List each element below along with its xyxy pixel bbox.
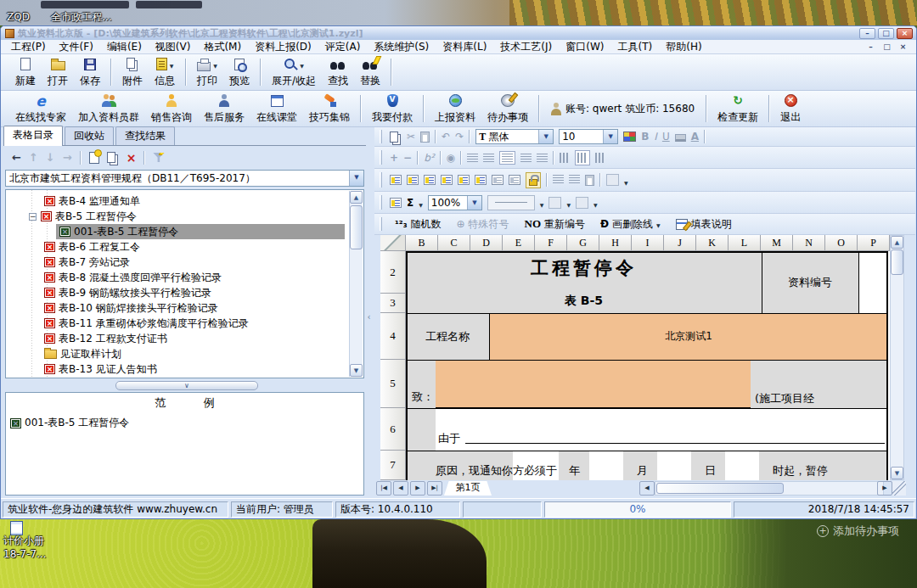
info-button[interactable]: 信息 <box>149 55 181 90</box>
format-painter-icon[interactable] <box>585 175 594 186</box>
tree-item[interactable]: 表B-8 混凝土强度回弹平行检验记录 <box>7 270 347 285</box>
print-button[interactable]: 打印 <box>191 55 223 90</box>
cell-properties-icon[interactable] <box>407 175 419 185</box>
first-page-button[interactable]: |◀ <box>376 481 391 496</box>
menu-format[interactable]: 格式(M) <box>197 40 248 54</box>
open-button[interactable]: 打开 <box>42 55 74 90</box>
copy-icon[interactable] <box>390 132 398 143</box>
service-button[interactable]: 售后服务 <box>198 92 250 126</box>
align-distribute-icon[interactable] <box>537 154 548 162</box>
close-button[interactable]: × <box>897 28 913 39</box>
collapse-minus-icon[interactable] <box>29 213 37 221</box>
mdi-minimize-button[interactable]: – <box>864 42 877 53</box>
column-header[interactable]: K <box>696 235 729 251</box>
tree-item[interactable]: 表B-7 旁站记录 <box>7 255 347 270</box>
scroll-up-icon[interactable]: ▲ <box>891 236 903 249</box>
new-form-icon[interactable] <box>89 152 99 164</box>
tab-recycle-bin[interactable]: 回收站 <box>65 126 114 145</box>
tree-item[interactable]: 表B-5 工程暂停令 <box>7 209 347 224</box>
classroom-button[interactable]: 在线课堂 <box>250 92 303 126</box>
delete-icon[interactable]: × <box>127 152 137 164</box>
scroll-up-icon[interactable]: ▲ <box>350 191 363 204</box>
row-spacing-decrease-icon[interactable] <box>569 175 580 185</box>
sum-icon[interactable]: Σ <box>407 197 413 209</box>
blank-cell[interactable] <box>589 451 623 480</box>
toolbar-grip[interactable] <box>380 217 382 232</box>
tree-item[interactable]: 表B-9 钢筋螺纹接头平行检验记录 <box>7 285 347 300</box>
increase-icon[interactable]: + <box>390 152 398 164</box>
column-header[interactable]: D <box>470 235 503 251</box>
minimize-button[interactable]: – <box>859 28 875 39</box>
splitter-collapse-handle[interactable]: ∨ <box>115 381 258 390</box>
up-arrow-icon[interactable]: ↑ <box>29 152 38 163</box>
column-header[interactable]: N <box>793 235 825 251</box>
forward-arrow-icon[interactable]: → <box>63 152 72 163</box>
insert-column-icon[interactable] <box>458 175 470 185</box>
tree-item[interactable]: 表B-10 钢筋焊接接头平行检验记录 <box>7 300 347 316</box>
down-arrow-icon[interactable]: ↓ <box>46 152 55 163</box>
regulation-combobox[interactable]: 北京市建筑工程资料管理规程（DB11／T695-2017） ▼ <box>5 170 364 187</box>
to-row-cell[interactable]: 致： (施工项目经 <box>406 360 888 408</box>
mdi-close-button[interactable]: × <box>897 42 909 53</box>
vertical-text-icon[interactable] <box>560 153 570 163</box>
row-header[interactable]: 7 <box>380 451 406 480</box>
column-header[interactable]: M <box>761 235 793 251</box>
tips-button[interactable]: 技巧集锦 <box>303 92 356 126</box>
toolbar-grip[interactable] <box>380 172 382 188</box>
doc-number-value-cell[interactable] <box>858 251 890 313</box>
dropdown-arrow-icon[interactable] <box>624 172 628 188</box>
menu-tools[interactable]: 工具(T) <box>611 40 660 54</box>
combo-dropdown-icon[interactable]: ▼ <box>603 130 617 143</box>
example-item[interactable]: 001-表B-5 工程暂停令 <box>6 411 363 430</box>
combo-dropdown-icon[interactable]: ▼ <box>349 171 363 186</box>
back-arrow-icon[interactable]: ← <box>12 152 21 163</box>
tree-item-partial[interactable] <box>7 377 347 378</box>
join-group-button[interactable]: 加入资料员群 <box>72 92 145 126</box>
preview-button[interactable]: 预览 <box>223 55 256 90</box>
undo-icon[interactable]: ↶ <box>442 131 450 143</box>
bold-icon[interactable]: B <box>641 131 649 143</box>
menu-library[interactable]: 资料库(L) <box>436 40 493 54</box>
italic-icon[interactable]: I <box>654 131 657 143</box>
zoom-combobox[interactable]: 100% ▼ <box>428 195 482 210</box>
to-input-cell[interactable] <box>436 360 751 408</box>
menu-tech[interactable]: 技术工艺(J) <box>493 40 559 54</box>
dropdown-arrow-icon[interactable] <box>300 59 304 70</box>
dropdown-arrow-icon[interactable] <box>566 194 571 210</box>
column-header[interactable]: O <box>825 235 858 251</box>
menu-report[interactable]: 资料上报(D) <box>248 40 318 54</box>
insert-row-below-icon[interactable] <box>424 175 436 185</box>
underline-icon[interactable]: U <box>662 131 670 143</box>
align-right-icon[interactable] <box>520 154 532 162</box>
insert-row-above-icon[interactable] <box>390 175 402 185</box>
desktop-doc-label-line1[interactable]: 计价小册 <box>3 535 44 546</box>
split-cell-icon[interactable] <box>441 175 453 185</box>
title-block-cell[interactable]: 工程暂停令 表 B-5 <box>406 251 762 313</box>
column-header[interactable]: L <box>729 235 761 251</box>
scroll-down-icon[interactable]: ▼ <box>350 364 363 377</box>
attachment-button[interactable]: 附件 <box>116 55 149 90</box>
align-center-pressed[interactable] <box>499 151 515 165</box>
dropdown-arrow-icon[interactable] <box>213 59 217 70</box>
vertical-text-pressed[interactable] <box>575 150 590 165</box>
desktop-doc-icon[interactable] <box>10 521 23 535</box>
row-spacing-increase-icon[interactable] <box>553 175 564 185</box>
project-name-value-cell[interactable]: 北京测试1 <box>489 313 888 360</box>
image-insert-icon[interactable] <box>606 174 619 186</box>
merge-cell-icon[interactable] <box>475 175 487 185</box>
scroll-thumb[interactable] <box>350 205 363 249</box>
combo-dropdown-icon[interactable]: ▼ <box>467 196 481 210</box>
tree-item[interactable]: 表B-13 见证人告知书 <box>7 361 347 377</box>
tree-item-selected[interactable]: 001-表B-5 工程暂停令 <box>7 224 347 239</box>
column-header[interactable]: I <box>632 235 664 251</box>
column-header[interactable]: B <box>406 235 438 251</box>
decrease-icon[interactable]: − <box>403 152 412 164</box>
sales-button[interactable]: 销售咨询 <box>145 92 198 126</box>
tree-item[interactable]: 表B-12 工程款支付证书 <box>7 331 347 346</box>
paste-page-icon[interactable] <box>509 175 520 185</box>
replace-button[interactable]: 替换 <box>354 55 386 90</box>
tab-search-results[interactable]: 查找结果 <box>115 126 175 145</box>
fill-note-button[interactable]: 填表说明 <box>671 216 737 232</box>
resize-corner[interactable] <box>892 481 906 496</box>
border-color-icon[interactable] <box>549 197 561 209</box>
